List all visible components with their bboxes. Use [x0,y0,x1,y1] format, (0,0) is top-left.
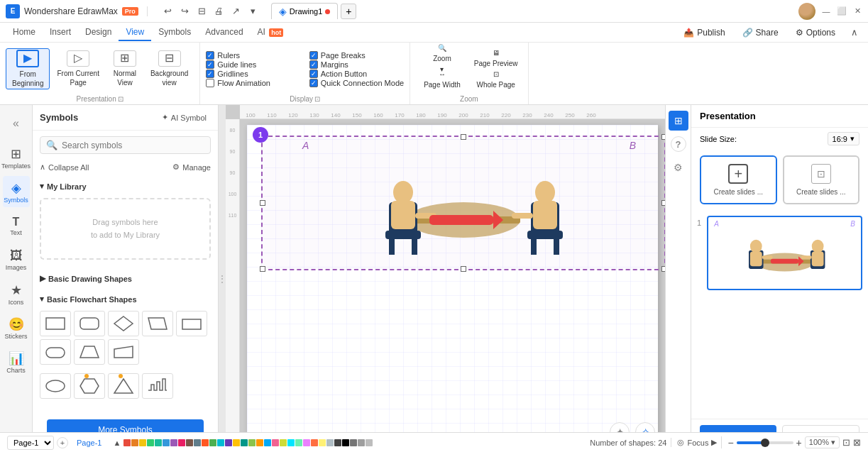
create-slides-import-button[interactable]: ⊡ Create slides ... [783,155,860,204]
basic-drawing-shapes-header[interactable]: ▶ Basic Drawing Shapes [40,271,211,286]
presentation-expand-icon[interactable]: ⊡ [118,95,123,103]
color-cyan2[interactable] [287,439,295,446]
print-button[interactable]: 🖨 [211,4,227,19]
background-view-button[interactable]: ⊟ Backgroundview [145,48,194,89]
color-black[interactable] [342,439,349,446]
handle-bl[interactable] [260,266,265,272]
sidebar-item-symbols[interactable]: ◈ Symbols [3,176,30,207]
export-button[interactable]: ↗ [229,4,244,19]
tab-advanced[interactable]: Advanced [198,24,250,41]
tab-symbols[interactable]: Symbols [151,24,198,41]
color-pink[interactable] [178,439,185,446]
quick-connection-checkbox[interactable]: ✓ [309,79,318,87]
maximize-button[interactable]: ⬜ [837,6,847,16]
quick-connection-check[interactable]: ✓ Quick Connection Mode [309,79,404,87]
color-purple[interactable] [170,439,177,446]
color-yellow[interactable] [139,439,146,446]
gridlines-check[interactable]: ✓ Gridlines [206,70,300,78]
manage-button[interactable]: ⚙ Manage [172,162,211,172]
handle-br[interactable] [661,266,665,272]
sidebar-item-templates[interactable]: ⊞ Templates [3,142,30,173]
drawing-tab[interactable]: ◈ Drawing1 [271,3,338,19]
color-light-green[interactable] [209,439,216,446]
options-button[interactable]: ⚙ Options [790,25,841,40]
redo-button[interactable]: ↪ [177,4,193,19]
sidebar-item-charts[interactable]: 📊 Charts [3,346,30,377]
shape-rect-2[interactable] [176,311,207,336]
sidebar-item-text[interactable]: T Text [3,210,30,241]
zoom-slider-thumb[interactable] [761,439,769,447]
slide-size-select[interactable]: 16:9 ▾ [828,132,859,145]
color-brown[interactable] [186,439,193,446]
color-blue-grey[interactable] [326,439,334,446]
handle-bm[interactable] [461,266,466,272]
color-yellow-green[interactable] [280,439,287,446]
flow-animation-checkbox[interactable] [206,79,214,87]
color-grey-blue[interactable] [194,439,201,446]
more-quick[interactable]: ▾ [246,4,261,19]
shape-rounded-rect[interactable] [74,311,105,336]
color-amber[interactable] [233,439,240,446]
color-cyan[interactable] [217,439,224,446]
color-pale-yellow[interactable] [319,439,326,446]
fullscreen-button[interactable]: ⊠ [853,437,861,448]
page-width-button[interactable]: ↔ Page Width [416,70,468,89]
guide-lines-check[interactable]: ✓ Guide lines [206,60,300,69]
action-button-checkbox[interactable]: ✓ [309,70,318,78]
color-deep-orange[interactable] [202,439,209,446]
action-button-check[interactable]: ✓ Action Button [309,70,404,78]
shape-rect[interactable] [40,311,71,336]
from-beginning-button[interactable]: ▶ FromBeginning [6,48,50,89]
shape-diamond[interactable] [108,311,139,336]
tab-view[interactable]: View [119,24,151,41]
tab-design[interactable]: Design [78,24,119,41]
presentation-panel-icon[interactable]: ⊞ [669,111,688,131]
color-light-blue[interactable] [264,439,271,446]
color-orange[interactable] [131,439,138,446]
zoom-plus-button[interactable]: + [796,437,802,448]
page-breaks-checkbox[interactable]: ✓ [309,51,318,60]
shape-manual-input[interactable] [108,339,139,365]
color-green[interactable] [147,439,154,446]
margins-check[interactable]: ✓ Margins [309,60,404,69]
shape-parallelogram[interactable] [142,311,173,336]
zoom-minus-button[interactable]: − [727,437,733,448]
symbol-search-box[interactable]: 🔍 [40,136,211,154]
from-current-page-button[interactable]: ▷ From CurrentPage [51,48,104,89]
margins-checkbox[interactable]: ✓ [309,60,318,69]
color-deep-purple[interactable] [225,439,232,446]
color-coral[interactable] [311,439,318,446]
fit-view-button[interactable]: ⊡ [842,437,850,448]
collapse-all-button[interactable]: ∧ Collapse All [40,162,89,172]
collapse-ribbon-button[interactable]: ∧ [847,25,862,40]
create-slides-manual-button[interactable]: + Create slides ... [700,155,777,204]
zoom-level-display[interactable]: 100% ▾ [805,436,840,448]
color-orange2[interactable] [256,439,263,446]
search-input[interactable] [62,140,204,150]
shape-custom[interactable] [142,373,173,399]
color-lime[interactable] [248,439,256,446]
shape-stadium[interactable] [40,339,71,365]
color-medium-grey[interactable] [358,439,365,446]
page-breaks-check[interactable]: ✓ Page Breaks [309,51,404,60]
rulers-check[interactable]: ✓ Rulers [206,51,300,60]
color-grey[interactable] [350,439,357,446]
guide-lines-checkbox[interactable]: ✓ [206,60,214,69]
color-red[interactable] [123,439,131,446]
ai-symbol-button[interactable]: ✦ AI Symbol [158,111,211,124]
tab-ai[interactable]: AI hot [251,24,291,41]
color-light-grey[interactable] [366,439,373,446]
undo-button[interactable]: ↩ [160,4,176,19]
shape-hexagon[interactable] [74,373,105,399]
page-preview-button[interactable]: 🖥 Page Preview [470,48,522,68]
focus-play-icon[interactable]: ▶ [711,438,717,447]
whole-page-button[interactable]: ⊡ Whole Page [470,70,522,89]
rulers-checkbox[interactable]: ✓ [206,51,214,60]
save-button[interactable]: ⊟ [194,4,210,19]
panel-resize-handle[interactable]: ⋮ [219,105,226,452]
settings-icon-button[interactable]: ⚙ [669,158,688,177]
new-tab-button[interactable]: + [341,4,356,19]
add-page-button[interactable]: + [57,437,68,448]
color-dark-grey[interactable] [334,439,341,446]
slide-thumbnail-1[interactable]: A B [707,216,862,290]
